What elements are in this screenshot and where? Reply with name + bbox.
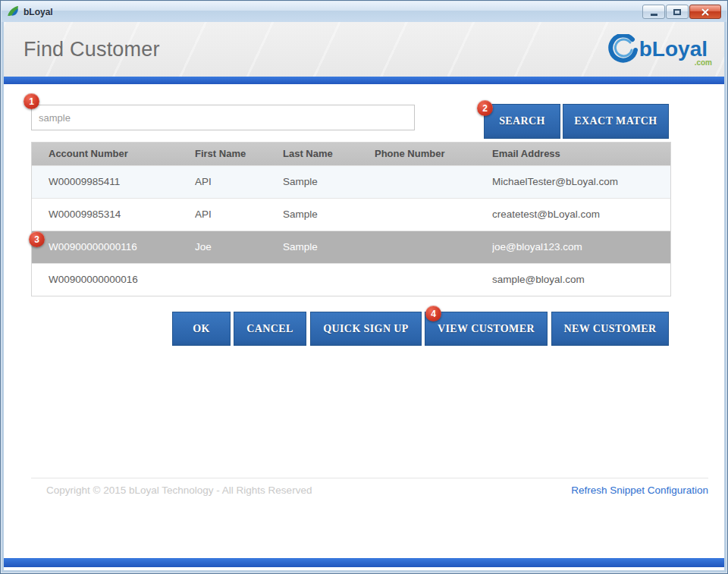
cell-phone [375,165,492,198]
footer-divider [31,478,708,478]
bloyal-logo-text: bLoyal.com [639,39,711,60]
footer-accent-bar [4,558,724,567]
bloyal-logo: bLoyal.com [607,34,711,64]
cell-phone [375,263,492,296]
minimize-icon [651,14,657,16]
cell-email: joe@bloyal123.com [492,231,670,263]
cell-last: Sample [283,198,375,231]
window-title: bLoyal [24,7,53,17]
bloyal-window-icon [7,5,20,18]
bloyal-logo-com: .com [695,59,712,67]
cell-email: createtest@bLoyal.com [492,198,670,231]
new-customer-button[interactable]: NEW CUSTOMER [551,312,669,346]
table-row[interactable]: W00900000000016 sample@bloyal.com [32,263,670,296]
search-button[interactable]: SEARCH [484,104,560,139]
cancel-button[interactable]: CANCEL [234,312,306,346]
window-controls [642,5,721,19]
exact-match-button[interactable]: EXACT MATCH [563,104,669,139]
copyright-text: Copyright © 2015 bLoyal Technology - All… [46,485,312,496]
close-button[interactable] [689,5,721,19]
cell-first: API [195,165,283,198]
close-icon [701,8,710,17]
bloyal-logo-swoosh-icon [607,34,638,64]
quick-sign-up-button[interactable]: QUICK SIGN UP [310,312,422,346]
view-customer-button[interactable]: VIEW CUSTOMER [425,312,548,346]
column-header-email-address: Email Address [492,143,670,165]
cell-account: W00900000000116 [32,231,195,263]
cell-last [283,263,375,296]
minimize-button[interactable] [642,5,665,19]
table-row[interactable]: W00009985411 API Sample MichaelTester@bL… [32,165,670,198]
table-row[interactable]: W00009985314 API Sample createtest@bLoya… [32,198,670,231]
callout-badge-4: 4 [425,306,441,322]
table-header-row: Account Number First Name Last Name Phon… [32,143,670,165]
page-header: Find Customer bLoyal.com [4,22,724,77]
search-input[interactable] [31,105,415,130]
column-header-last-name: Last Name [283,143,375,165]
page-title: Find Customer [24,38,160,61]
app-window: bLoyal Find Customer bLoyal.com SEARCH E… [0,0,728,574]
customer-results-table: Account Number First Name Last Name Phon… [31,142,671,296]
maximize-button[interactable] [666,5,689,19]
cell-first: Joe [195,231,283,263]
cell-email: sample@bloyal.com [492,263,670,296]
column-header-phone-number: Phone Number [375,143,492,165]
maximize-icon [673,9,681,15]
cell-account: W00900000000016 [32,263,195,296]
title-bar: bLoyal [2,2,726,22]
cell-first: API [195,198,283,231]
cell-account: W00009985314 [32,198,195,231]
cell-account: W00009985411 [32,165,195,198]
ok-button[interactable]: OK [172,312,231,346]
cell-email: MichaelTester@bLoyal.com [492,165,670,198]
cell-phone [375,198,492,231]
column-header-first-name: First Name [195,143,283,165]
cell-phone [375,231,492,263]
cell-first [195,263,283,296]
header-accent-bar [4,77,724,84]
callout-badge-3: 3 [29,231,45,247]
cell-last: Sample [283,165,375,198]
cell-last: Sample [283,231,375,263]
window-content: Find Customer bLoyal.com SEARCH EXACT MA… [4,22,724,570]
refresh-snippet-configuration-link[interactable]: Refresh Snippet Configuration [571,485,708,496]
table-row[interactable]: W00900000000116 Joe Sample joe@bloyal123… [32,231,670,263]
callout-badge-2: 2 [477,100,493,116]
column-header-account-number: Account Number [32,143,195,165]
callout-badge-1: 1 [24,93,39,109]
